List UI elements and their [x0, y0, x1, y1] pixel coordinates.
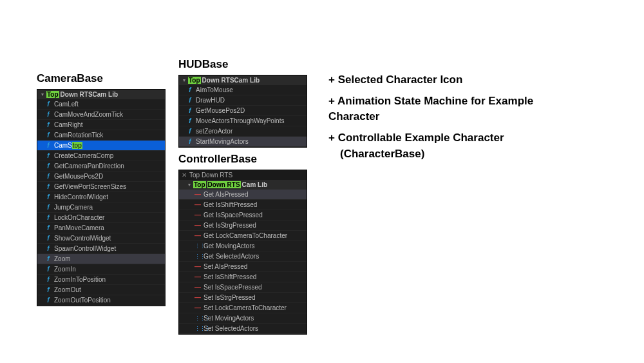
function-icon: f	[187, 86, 193, 93]
list-item[interactable]: ⋮⋮⋮Get SelectedActors	[179, 251, 307, 262]
feature-list: + Selected Character Icon + Animation St…	[328, 72, 554, 162]
header-rest: Down RTSCam Lib	[202, 77, 260, 84]
list-item[interactable]: fStartMovingActors	[179, 137, 307, 147]
list-item[interactable]: fGetMousePos2D	[179, 106, 307, 116]
list-item[interactable]: —Get LockCameraToCharacter	[179, 231, 307, 241]
list-item[interactable]: fZoomOutToPosition	[37, 295, 165, 306]
function-icon: f	[45, 132, 52, 139]
array-icon: ⋮⋮⋮	[194, 326, 201, 332]
expand-arrow-icon[interactable]: ▾	[187, 182, 192, 188]
item-label: Get IsStrgPressed	[204, 222, 256, 229]
item-label: GetMousePos2D	[54, 173, 103, 180]
item-label: CamLeft	[54, 101, 79, 108]
item-label: Set IsStrgPressed	[204, 294, 256, 301]
item-label: DrawHUD	[196, 97, 225, 104]
item-label: LockOnCharacter	[54, 214, 104, 221]
list-item[interactable]: ⋮⋮⋮Set SelectedActors	[179, 324, 307, 334]
expand-arrow-icon[interactable]: ▾	[40, 92, 45, 97]
item-label: ZoomOut	[54, 286, 81, 293]
list-item[interactable]: fZoomOut	[37, 285, 165, 295]
variable-icon: —	[194, 211, 201, 219]
list-item[interactable]: fZoomInToPosition	[37, 275, 165, 285]
item-label: Set AIsPressed	[204, 263, 247, 270]
item-label: CamStop	[54, 142, 82, 149]
function-icon: f	[45, 193, 52, 201]
controller-tab-bar: ✕ Top Down RTS	[179, 170, 307, 180]
function-icon: f	[45, 162, 52, 170]
list-item[interactable]: fPanMoveCamera	[37, 223, 165, 233]
list-item[interactable]: fCreateCameraComp	[37, 151, 165, 161]
list-item[interactable]: fCamLeft	[37, 99, 165, 110]
function-icon: f	[45, 235, 52, 242]
function-icon: f	[45, 224, 52, 231]
list-item[interactable]: —Get IsStrgPressed	[179, 221, 307, 231]
list-item[interactable]: fMoveActorsThroughWayPoints	[179, 116, 307, 126]
list-item[interactable]: —Get IsSpacePressed	[179, 210, 307, 221]
list-item[interactable]: fZoomIn	[37, 264, 165, 275]
list-item[interactable]: fZoom	[37, 254, 165, 264]
list-item[interactable]: fCamMoveAndZoomTick	[37, 110, 165, 120]
close-icon[interactable]: ✕	[182, 172, 187, 179]
item-label: setZeroActor	[196, 128, 232, 135]
function-icon: f	[187, 107, 193, 114]
item-label: SpawnControllWidget	[54, 245, 116, 252]
list-item[interactable]: fJumpCamera	[37, 202, 165, 213]
item-label: Zoom	[54, 255, 71, 262]
list-item[interactable]: —Get AIsPressed	[179, 190, 307, 200]
item-label: CamRight	[54, 121, 82, 128]
controller-panel: ✕ Top Down RTS ▾ Top Down RTSCam Lib —Ge…	[178, 170, 307, 335]
function-icon: f	[45, 183, 52, 190]
function-icon: f	[45, 204, 52, 211]
list-item[interactable]: —Set IsSpacePressed	[179, 282, 307, 293]
function-icon: f	[45, 214, 52, 221]
list-item[interactable]: fDrawHUD	[179, 95, 307, 106]
tab-label[interactable]: Top Down RTS	[189, 172, 232, 179]
variable-icon: —	[194, 201, 201, 208]
item-label: Set SelectedActors	[204, 325, 258, 332]
function-icon: f	[187, 128, 193, 135]
item-label: Get IsSpacePressed	[204, 211, 263, 219]
list-item[interactable]: fsetZeroActor	[179, 126, 307, 137]
item-label: Get MovingActors	[204, 242, 254, 250]
item-label: ZoomIn	[54, 266, 76, 273]
list-item[interactable]: fCamRotationTick	[37, 130, 165, 141]
function-icon: f	[45, 245, 52, 252]
function-icon: f	[45, 152, 52, 159]
list-item[interactable]: —Set AIsPressed	[179, 262, 307, 272]
item-label: Set IsShiftPressed	[204, 273, 256, 280]
list-item[interactable]: ⋮⋮⋮Get MovingActors	[179, 241, 307, 251]
expand-arrow-icon[interactable]: ▾	[182, 78, 187, 83]
function-icon: f	[45, 101, 52, 108]
list-item[interactable]: fGetCameraPanDirection	[37, 161, 165, 172]
variable-icon: —	[194, 222, 201, 229]
function-icon: f	[45, 142, 52, 149]
list-item[interactable]: fCamStop	[37, 141, 165, 151]
list-item[interactable]: —Set IsStrgPressed	[179, 293, 307, 303]
list-item[interactable]: fGetViewPortScreenSizes	[37, 182, 165, 192]
list-item[interactable]: ⋮⋮⋮Set MovingActors	[179, 313, 307, 324]
item-label: Set LockCameraToCharacter	[204, 304, 287, 311]
function-icon: f	[45, 255, 52, 262]
list-item[interactable]: —Set IsShiftPressed	[179, 272, 307, 282]
header-rest: Down RTSCam Lib	[61, 91, 118, 98]
list-item[interactable]: fAimToMouse	[179, 85, 307, 95]
list-item[interactable]: —Get IsShiftPressed	[179, 200, 307, 210]
list-item[interactable]: fShowControlWidget	[37, 233, 165, 244]
list-item[interactable]: fHideControlWidget	[37, 192, 165, 202]
camera-panel-header[interactable]: ▾ Top Down RTSCam Lib	[37, 90, 165, 99]
list-item[interactable]: fCamRight	[37, 120, 165, 130]
function-icon: f	[45, 111, 52, 118]
item-label: CreateCameraComp	[54, 152, 113, 159]
item-label: StartMovingActors	[196, 138, 249, 145]
list-item[interactable]: fSpawnControllWidget	[37, 244, 165, 254]
variable-icon: —	[194, 294, 201, 301]
controller-section-title: ControllerBase	[178, 153, 307, 166]
array-icon: ⋮⋮⋮	[194, 253, 201, 260]
controller-panel-header[interactable]: ▾ Top Down RTSCam Lib	[179, 180, 307, 190]
hud-panel-header[interactable]: ▾ Top Down RTSCam Lib	[179, 75, 307, 85]
list-item[interactable]: fLockOnCharacter	[37, 213, 165, 223]
variable-icon: —	[194, 191, 201, 198]
list-item[interactable]: fGetMousePos2D	[37, 172, 165, 182]
feature-item: + Selected Character Icon	[328, 72, 554, 88]
list-item[interactable]: —Set LockCameraToCharacter	[179, 303, 307, 313]
